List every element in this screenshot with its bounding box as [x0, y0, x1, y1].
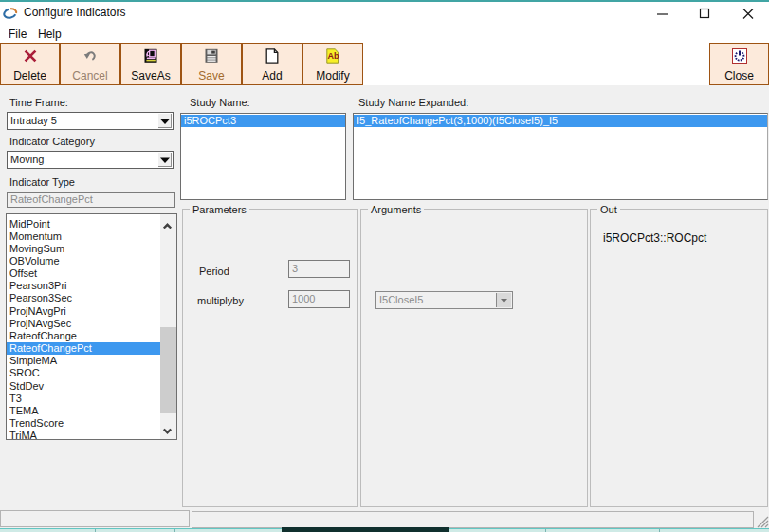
svg-text:Ab: Ab — [328, 51, 339, 61]
